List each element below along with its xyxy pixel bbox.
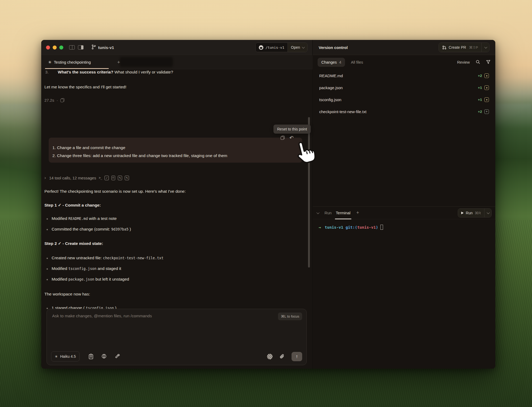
added-lines-badge: +2 xyxy=(478,110,482,114)
changed-files-list: README.md +2 package.json +1 tsconfig.js… xyxy=(313,70,495,118)
composer-toolbar: ✳ Haiku 4.5 ↑ xyxy=(51,351,302,362)
document-mini-icon xyxy=(111,176,115,180)
modified-status-icon xyxy=(484,85,489,90)
file-edit-mini-icon: ✎ xyxy=(125,176,129,180)
list-item: Created new untracked file: checkpoint-t… xyxy=(41,256,164,260)
file-name: tsconfig.json xyxy=(319,97,341,102)
paperclip-icon[interactable] xyxy=(280,354,285,359)
repo-button[interactable]: /tunis-v1 xyxy=(256,43,287,52)
file-row[interactable]: checkpoint-test-new-file.txt +2 xyxy=(313,106,495,118)
search-icon[interactable] xyxy=(476,60,480,65)
terminal-output[interactable]: →tunis-v1 git:(tunis-v1) xyxy=(313,219,495,235)
vc-tab-row: Changes 4 All files Review xyxy=(313,55,495,69)
window-title: tunis-v1 xyxy=(98,45,114,50)
tab-changes[interactable]: Changes 4 xyxy=(318,58,345,67)
model-selector[interactable]: ✳ Haiku 4.5 xyxy=(51,351,80,361)
tab-testing-checkpointing[interactable]: ✳ Testing checkpointing xyxy=(47,55,92,69)
brain-icon[interactable] xyxy=(101,354,107,359)
git-branch-icon xyxy=(92,44,96,51)
run-button[interactable]: Run ⌘R xyxy=(458,209,484,217)
list-item: Modified tsconfig.json and staged it xyxy=(41,266,121,271)
chat-scroll-area[interactable]: 3. What's the success criteria? What sho… xyxy=(41,69,313,309)
tab-run[interactable]: Run xyxy=(322,211,334,215)
file-row[interactable]: tsconfig.json +1 xyxy=(313,94,495,106)
prompt-directory: tunis-v1 xyxy=(325,225,343,229)
review-button[interactable]: Review xyxy=(457,60,470,64)
copy-icon[interactable] xyxy=(60,98,64,102)
assistant-numbered-item: 3. What's the success criteria? What sho… xyxy=(45,70,173,75)
chat-tabbar: ✳ Testing checkpointing + xyxy=(41,55,313,69)
composer[interactable]: Ask to make changes, @mention files, run… xyxy=(47,309,307,365)
user-message-line: 2. Change three files: add a new untrack… xyxy=(52,152,298,160)
version-control-title: Version control xyxy=(319,45,348,50)
github-icon xyxy=(259,45,263,50)
close-button[interactable] xyxy=(46,46,50,50)
file-name: README.md xyxy=(319,73,343,78)
terminal-mini-icon: >_ xyxy=(99,176,102,180)
workspace-heading: The workspace now has: xyxy=(44,292,90,297)
modified-status-icon xyxy=(484,97,489,102)
filter-icon[interactable] xyxy=(486,60,491,65)
new-terminal-button[interactable]: + xyxy=(356,210,359,216)
list-number: 3. xyxy=(45,70,49,74)
ghost-tab xyxy=(120,57,173,67)
create-pr-dropdown[interactable] xyxy=(481,43,489,52)
tool-calls-label: 14 tool calls, 12 messages xyxy=(49,176,96,180)
tab-all-files[interactable]: All files xyxy=(351,60,363,64)
tab-terminal[interactable]: Terminal xyxy=(334,207,353,219)
disclosure-chevron-icon[interactable]: › xyxy=(44,175,46,180)
minimize-button[interactable] xyxy=(53,46,57,50)
step1-heading: Step 1 ✓ - Commit a change: xyxy=(44,203,101,208)
tab-label: Testing checkpointing xyxy=(54,60,91,64)
changes-label: Changes xyxy=(321,60,337,64)
run-label: Run xyxy=(466,211,473,215)
untracked-status-icon xyxy=(484,109,489,114)
clipboard-icon[interactable] xyxy=(89,354,93,359)
file-name: package.json xyxy=(319,85,343,90)
file-row[interactable]: README.md +2 xyxy=(313,70,495,82)
run-dropdown[interactable] xyxy=(484,209,491,217)
run-shortcut: ⌘R xyxy=(475,211,481,215)
step2-heading: Step 2 ✓ - Create mixed state: xyxy=(44,241,103,246)
send-button[interactable]: ↑ xyxy=(292,352,302,361)
create-pr-shortcut: ⌘⇧P xyxy=(469,45,478,50)
checkbox-mini-icon: ✓ xyxy=(105,176,109,180)
active-tab-underline xyxy=(45,68,109,69)
terminal-cursor xyxy=(380,225,383,230)
user-message-bubble[interactable]: 1. Change a file and commit the change 2… xyxy=(49,138,302,163)
create-pr-button[interactable]: Create PR ⌘⇧P xyxy=(439,43,481,52)
app-window: tunis-v1 /tunis-v1 Open ✳ Testing checkp… xyxy=(41,40,495,369)
modified-status-icon xyxy=(484,73,489,78)
pull-request-icon xyxy=(442,46,446,50)
copy-message-icon[interactable] xyxy=(281,136,285,140)
create-pr-group: Create PR ⌘⇧P xyxy=(439,43,489,52)
composer-placeholder: Ask to make changes, @mention files, run… xyxy=(52,314,152,318)
dot-separator: · xyxy=(57,98,58,102)
focus-hint-badge: ⌘L to focus xyxy=(278,313,302,320)
reset-to-point-icon[interactable]: ↶ xyxy=(289,136,294,140)
layout-columns-icon[interactable] xyxy=(69,45,75,50)
hammer-icon[interactable] xyxy=(115,354,120,359)
chevron-down-icon xyxy=(302,46,305,48)
list-item: Committed the change (commit: 9d397ba5 ) xyxy=(41,227,131,232)
terminal-section: Run Terminal + Run ⌘R →tunis-v1 git:(tun… xyxy=(313,206,495,369)
new-tab-button[interactable]: + xyxy=(115,59,122,66)
zoom-button[interactable] xyxy=(59,46,63,50)
open-button[interactable]: Open xyxy=(288,43,307,52)
layout-sidebar-right-icon[interactable] xyxy=(78,45,84,50)
collapse-chevron-icon[interactable] xyxy=(317,211,319,214)
version-control-pane: Version control Create PR ⌘⇧P Changes 4 … xyxy=(313,40,495,369)
titlebar[interactable]: tunis-v1 /tunis-v1 Open xyxy=(41,40,312,55)
run-button-group: Run ⌘R xyxy=(458,208,492,217)
tool-calls-summary[interactable]: › 14 tool calls, 12 messages >_ ✓ ✎ ✎ xyxy=(44,175,129,180)
terminal-tab-row: Run Terminal + Run ⌘R xyxy=(313,207,495,219)
assistant-paragraph: Perfect! The checkpointing test scenario… xyxy=(44,189,186,194)
git-branch-name: tunis-v1 xyxy=(357,225,376,229)
play-icon xyxy=(461,212,464,214)
chevron-down-icon xyxy=(484,46,487,48)
file-row[interactable]: package.json +1 xyxy=(313,82,495,94)
repo-path: /tunis-v1 xyxy=(265,46,284,50)
added-lines-badge: +1 xyxy=(478,86,482,90)
context-usage-icon[interactable] xyxy=(267,354,273,359)
user-message-line: 1. Change a file and commit the change xyxy=(52,144,298,152)
